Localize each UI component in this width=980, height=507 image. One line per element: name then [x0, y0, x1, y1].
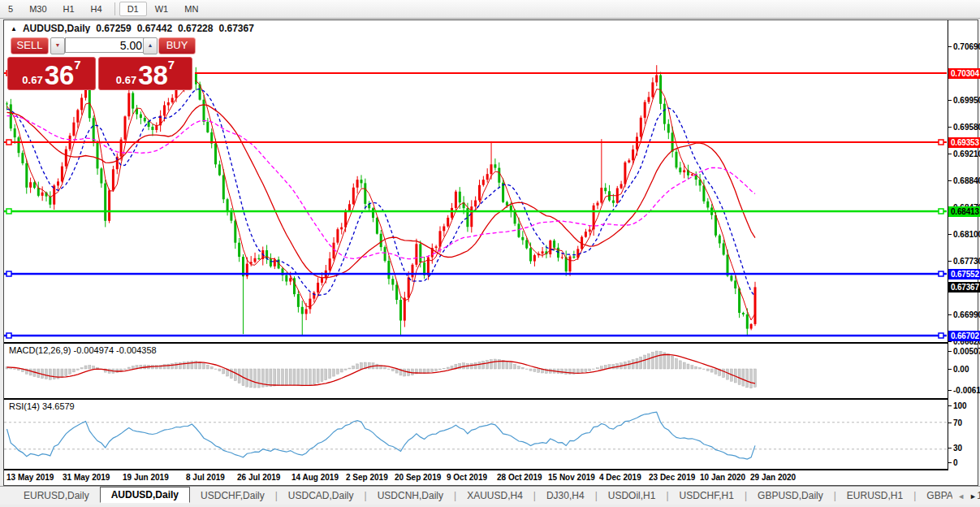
timeframe-h1[interactable]: H1 — [55, 2, 83, 16]
tab-eurusd-h1[interactable]: EURUSD,H1 — [836, 488, 913, 504]
ohlc-high: 0.67442 — [137, 23, 172, 34]
macd-label: MACD(12,26,9) -0.004974 -0.004358 — [9, 345, 157, 355]
toolbar-separator — [114, 2, 115, 15]
axis-tick-label: 0.69210 — [953, 150, 980, 158]
rsi-line — [7, 412, 756, 459]
tab-xauusd-h4[interactable]: XAUUSD,H4 — [456, 488, 533, 504]
tab-audusd-daily[interactable]: AUDUSD,Daily — [100, 487, 190, 503]
axis-tick — [948, 314, 952, 315]
axis-tick-label: 0.66990 — [953, 310, 980, 319]
axis-tick — [948, 234, 952, 235]
tab-gbpusd-daily[interactable]: GBPUSD,Daily — [747, 488, 834, 504]
sell-price-box[interactable]: 0.67 36 7 — [7, 57, 96, 90]
timeframe-mn[interactable]: MN — [176, 2, 206, 16]
date-tick-label: 15 Nov 2019 — [548, 473, 595, 482]
axis-tick — [948, 261, 952, 262]
tab-scroll-left-icon[interactable]: ◄ — [957, 491, 965, 502]
axis-tick — [948, 46, 952, 47]
ohlc-low: 0.67228 — [178, 23, 213, 34]
timeframe-w1[interactable]: W1 — [147, 2, 177, 16]
date-tick-label: 29 Jan 2020 — [750, 473, 796, 482]
tab-usdchf-daily[interactable]: USDCHF,Daily — [190, 488, 275, 504]
axis-tick — [948, 127, 952, 128]
sell-price-big: 36 — [45, 63, 75, 88]
price-level-tag: 0.67367 — [948, 282, 980, 292]
window-collapse-icon[interactable]: ▲ — [11, 25, 17, 32]
axis-tick-label: 0 — [953, 458, 958, 467]
mt4-terminal: { "toolbar": { "timeframe_groups": [["5"… — [0, 0, 980, 507]
tab-usdcad-daily[interactable]: USDCAD,Daily — [278, 488, 365, 504]
date-tick-label: 13 May 2019 — [6, 473, 54, 482]
one-click-trade-panel: SELL ▼ ▲ BUY 0.67 36 7 0.67 38 7 — [7, 33, 195, 89]
date-tick-label: 23 Dec 2019 — [649, 473, 695, 482]
timeframe-m30[interactable]: M30 — [21, 2, 54, 16]
chart-title: ▲ AUDUSD,Daily 0.67259 0.67442 0.67228 0… — [11, 23, 254, 34]
price-level-tag: 0.66702 — [948, 331, 980, 341]
axis-tick — [948, 100, 952, 101]
rsi-label: RSI(14) 34.6579 — [9, 401, 75, 411]
macd-histogram — [6, 351, 757, 388]
timeframe-d1[interactable]: D1 — [119, 2, 147, 16]
timeframe-h4[interactable]: H4 — [83, 2, 110, 16]
pane-splitter[interactable] — [4, 398, 948, 400]
date-tick-label: 26 Jul 2019 — [237, 473, 280, 482]
axis-tick-label: 70 — [953, 418, 962, 427]
ohlc-open: 0.67259 — [96, 23, 131, 34]
axis-tick-label: 0.69580 — [953, 123, 980, 132]
axis-tick-label: 0.00 — [953, 365, 969, 374]
axis-tick-label: 100 — [953, 401, 967, 410]
chart-window: 0.706900.699500.695800.692100.688400.684… — [3, 20, 978, 486]
axis-tick — [948, 390, 952, 391]
candles-layer — [6, 63, 757, 336]
axis-tick-label: 0.69950 — [953, 96, 980, 105]
macd-signal-line — [7, 354, 756, 385]
sell-price-prefix: 0.67 — [22, 73, 42, 88]
volume-input[interactable] — [65, 37, 148, 53]
date-tick-label: 8 Jul 2019 — [186, 473, 225, 482]
tab-dj30-h4[interactable]: DJ30,H4 — [536, 488, 595, 504]
date-tick-label: 31 May 2019 — [63, 473, 110, 482]
ohlc-close: 0.67367 — [218, 23, 253, 34]
price-level-tag: 0.67552 — [948, 269, 980, 280]
tab-usdchf-h1[interactable]: USDCHF,H1 — [669, 488, 745, 504]
date-tick-label: 2 Sep 2019 — [346, 473, 388, 482]
axis-tick-label: 0.67730 — [953, 257, 980, 266]
sell-price-pip: 7 — [74, 58, 80, 71]
tab-usdoil-h1[interactable]: USDOil,H1 — [598, 488, 667, 504]
axis-tick — [948, 462, 952, 463]
axis-tick — [948, 369, 952, 370]
axis-tick — [948, 422, 952, 423]
buy-price-box[interactable]: 0.67 38 7 — [98, 57, 192, 90]
date-tick-label: 9 Oct 2019 — [447, 473, 487, 482]
axis-tick-label: 30 — [953, 444, 962, 453]
date-tick-label: 4 Dec 2019 — [599, 473, 641, 482]
axis-tick — [948, 351, 952, 352]
timeframe-5[interactable]: 5 — [0, 2, 21, 16]
buy-price-big: 38 — [138, 63, 168, 88]
price-axis[interactable]: 0.706900.699500.695800.692100.688400.684… — [948, 20, 978, 470]
tab-scroll-right-icon[interactable]: ► — [969, 491, 977, 502]
buy-button[interactable]: BUY — [158, 37, 196, 54]
volume-decrease-button[interactable]: ▼ — [50, 37, 65, 54]
axis-tick — [948, 405, 952, 406]
date-tick-label: 28 Oct 2019 — [497, 473, 542, 482]
axis-tick — [948, 341, 952, 342]
buy-price-prefix: 0.67 — [116, 73, 136, 88]
tab-usdcnh-daily[interactable]: USDCNH,Daily — [367, 488, 454, 504]
timeframe-bar: 5M30H1H4D1W1MN — [0, 0, 980, 19]
axis-tick — [948, 154, 952, 154]
date-tick-label: 20 Sep 2019 — [395, 473, 441, 482]
volume-increase-button[interactable]: ▲ — [143, 37, 158, 54]
axis-tick — [948, 448, 952, 448]
axis-tick-label: 0.005076 — [953, 347, 980, 356]
date-tick-label: 10 Jan 2020 — [700, 473, 745, 482]
axis-tick — [948, 180, 952, 181]
buy-price-pip: 7 — [168, 58, 175, 71]
axis-tick-label: -0.006148 — [953, 386, 980, 395]
tab-scroll-arrows: ◄ ► — [952, 491, 977, 502]
tab-eurusd-daily[interactable]: EURUSD,Daily — [13, 488, 100, 504]
sell-button[interactable]: SELL — [11, 37, 49, 54]
axis-tick-label: 0.68840 — [953, 176, 980, 185]
pane-splitter[interactable] — [4, 342, 948, 344]
axis-tick-label: 0.70690 — [953, 42, 980, 51]
